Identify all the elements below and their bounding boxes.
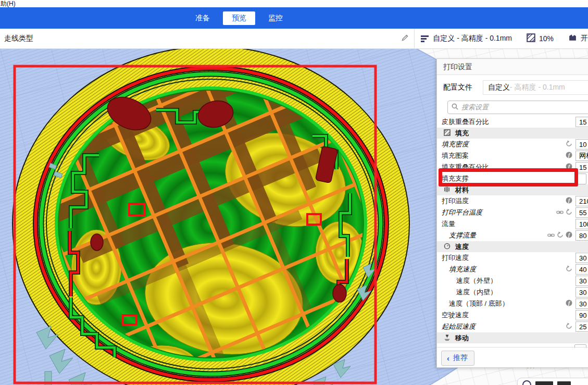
setting-row-填充图案: 填充图案f网格 <box>437 150 588 162</box>
search-placeholder: 搜索设置 <box>461 103 489 112</box>
print-time-popup <box>517 378 588 385</box>
setting-label: 速度（外壁） <box>442 276 576 285</box>
menu-help[interactable]: 助(H) <box>1 0 16 7</box>
menu-bar: 助(H) <box>0 0 588 7</box>
section-label: 移动 <box>455 333 469 343</box>
profile-combobox[interactable]: 自定义 - 高精度 - 0.1mm <box>483 80 588 95</box>
info-icon: f <box>566 231 572 240</box>
setting-label: 填充图案 <box>442 151 566 160</box>
undo-icon[interactable] <box>557 231 564 240</box>
setting-label: 填充密度 <box>442 140 566 149</box>
setting-value-input[interactable]: 30 <box>576 299 588 309</box>
setting-row-皮肤重叠百分比: 皮肤重叠百分比15 <box>437 116 588 128</box>
support-icon <box>568 33 577 44</box>
section-label: 材料 <box>455 185 469 195</box>
setting-row-速度（内壁）: 速度（内壁）30 <box>437 287 588 298</box>
setting-state-icons: f <box>566 151 572 160</box>
setting-label: 支撑流量 <box>442 231 547 240</box>
profile-summary-text: 自定义 - 高精度 - 0.1mm <box>433 34 512 43</box>
setting-label: 速度（内壁） <box>442 288 576 297</box>
setting-value-input[interactable]: 网格 <box>576 151 588 161</box>
setting-checkbox[interactable] <box>574 173 586 184</box>
cura-preview-window: { "menu": { "help_label": "助(H)" }, "hea… <box>0 0 588 385</box>
setting-value-input[interactable]: 80 <box>576 230 588 241</box>
setting-value-input[interactable]: 30 <box>576 287 588 297</box>
setting-row-打印温度: 打印温度f210 <box>437 195 588 207</box>
setting-state-icons <box>566 265 572 274</box>
pencil-icon[interactable] <box>401 34 409 44</box>
setting-row-打印速度: 打印速度30 <box>437 252 588 264</box>
panel-resize-handle[interactable]: ··· <box>527 365 536 370</box>
line-type-selector[interactable]: 走线类型 <box>0 34 414 44</box>
section-label: 填充 <box>455 129 469 138</box>
setting-row-起始层速度: 起始层速度25 <box>437 321 588 332</box>
panel-footer: ‹ 推荐 <box>437 347 588 366</box>
popup-text-fragment <box>535 381 553 385</box>
setting-row-填充重叠百分比: 填充重叠百分比f15 <box>437 162 588 173</box>
section-label: 速度 <box>455 242 469 252</box>
undo-icon[interactable] <box>566 322 572 331</box>
setting-value-input[interactable]: 100 <box>576 219 588 229</box>
profile-value-secondary: - 高精度 - 0.1mm <box>510 83 565 92</box>
info-icon: f <box>566 196 572 206</box>
setting-state-icons <box>566 322 572 331</box>
setting-value-input[interactable]: 15 <box>576 117 588 127</box>
setting-label: 填充支撑 <box>442 174 574 183</box>
setting-label: 打印速度 <box>442 253 576 263</box>
setting-row-速度（外壁）: 速度（外壁）30 <box>437 275 588 287</box>
material-icon <box>444 185 451 195</box>
setting-value-input[interactable]: 55 <box>576 207 588 218</box>
print-settings-summary[interactable]: 自定义 - 高精度 - 0.1mm 10% 开 <box>415 33 588 44</box>
infill-icon <box>444 129 451 138</box>
profile-label: 配置文件 <box>443 83 483 92</box>
info-icon: f <box>566 151 572 160</box>
undo-icon[interactable] <box>566 265 572 274</box>
info-icon: f <box>566 163 572 172</box>
setting-row-填充支撑: 填充支撑 <box>437 173 588 184</box>
setting-value-input[interactable]: 30 <box>576 253 588 263</box>
section-header-速度[interactable]: 速度 <box>437 241 588 252</box>
setting-state-icons: f <box>566 299 572 308</box>
setting-label: 流量 <box>442 219 576 229</box>
setting-state-icons: f <box>566 196 572 206</box>
setting-value-input[interactable]: 30 <box>576 276 588 286</box>
profile-row: 配置文件 自定义 - 高精度 - 0.1mm <box>437 75 588 97</box>
preview-toolbar: 走线类型 自定义 - 高精度 - 0.1mm 10% 开 <box>0 29 588 49</box>
setting-value-input[interactable]: 90 <box>576 310 588 320</box>
link-icon <box>547 231 555 240</box>
infill-icon <box>527 33 535 44</box>
setting-row-速度（顶部 / 底部）: 速度（顶部 / 底部）f30 <box>437 298 588 309</box>
tab-预览[interactable]: 预览 <box>223 11 255 25</box>
setting-value-input[interactable]: 10 <box>576 139 588 150</box>
setting-label: 打印温度 <box>442 196 566 206</box>
profile-layers-icon <box>421 35 429 42</box>
tab-监控[interactable]: 监控 <box>259 11 292 25</box>
setting-label: 速度（顶部 / 底部） <box>442 299 566 308</box>
setting-row-支撑流量: 支撑流量f80 <box>437 230 588 241</box>
tab-准备[interactable]: 准备 <box>186 11 219 25</box>
print-settings-panel: 打印设置 配置文件 自定义 - 高精度 - 0.1mm 搜索设置 皮肤重叠百分比… <box>436 58 588 368</box>
recommended-label: 推荐 <box>453 353 468 363</box>
undo-icon[interactable] <box>566 208 572 217</box>
setting-row-填充密度: 填充密度10 <box>437 139 588 150</box>
section-header-移动[interactable]: 移动 <box>437 332 588 343</box>
setting-value-input[interactable]: 25 <box>576 321 588 332</box>
setting-row-打印平台温度: 打印平台温度55 <box>437 207 588 218</box>
setting-label: 皮肤重叠百分比 <box>442 117 576 127</box>
recommended-mode-button[interactable]: ‹ 推荐 <box>441 351 474 366</box>
undo-icon[interactable] <box>566 140 572 149</box>
chevron-left-icon: ‹ <box>447 354 449 363</box>
setting-value-input[interactable]: 40 <box>576 264 588 275</box>
infill-percent-text: 10% <box>539 34 554 43</box>
info-icon: f <box>566 299 572 308</box>
setting-value-input[interactable]: 210 <box>576 196 588 206</box>
setting-row-填充速度: 填充速度40 <box>437 264 588 275</box>
setting-state-icons <box>556 208 572 217</box>
section-header-材料[interactable]: 材料 <box>437 184 588 195</box>
line-type-label: 走线类型 <box>4 34 33 43</box>
search-input[interactable]: 搜索设置 <box>447 101 588 114</box>
setting-value-input[interactable]: 15 <box>576 162 588 172</box>
profile-value-primary: 自定义 <box>488 83 510 92</box>
section-header-填充[interactable]: 填充 <box>437 128 588 139</box>
stage-tabs: 准备预览监控 <box>186 11 292 25</box>
